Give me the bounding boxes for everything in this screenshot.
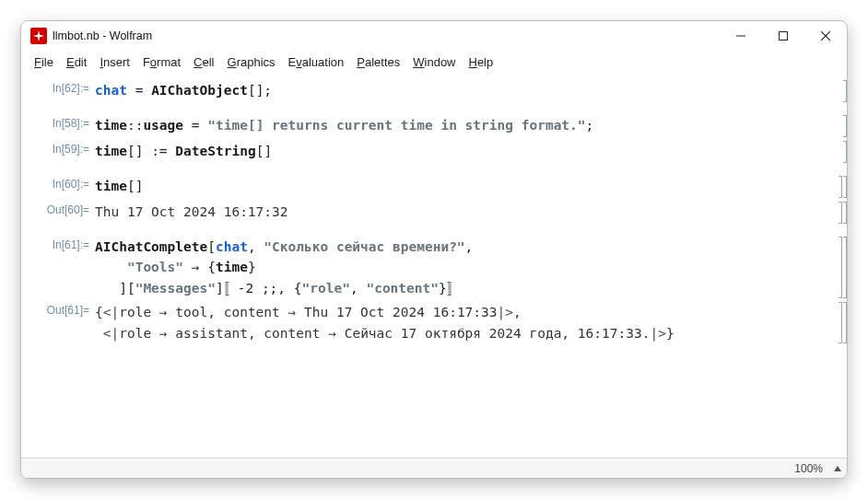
cell-bracket[interactable] <box>836 176 847 198</box>
notebook-content[interactable]: In[62]:=chat = AIChatObject[];In[58]:=ti… <box>21 73 847 441</box>
close-icon <box>821 31 830 41</box>
cell-bracket[interactable] <box>836 80 847 102</box>
menu-edit[interactable]: Edit <box>61 53 92 71</box>
cell-code[interactable]: time::usage = "time[] returns current ti… <box>95 115 834 135</box>
cell-code[interactable]: AIChatComplete[chat, "Сколько сейчас вре… <box>95 237 834 298</box>
maximize-icon <box>779 31 788 41</box>
menu-palettes[interactable]: Palettes <box>351 53 405 71</box>
minimize-icon <box>736 31 745 41</box>
cell-bracket[interactable] <box>836 237 847 298</box>
cell-bracket[interactable] <box>836 141 847 163</box>
minimize-button[interactable] <box>720 21 762 51</box>
menu-window[interactable]: Window <box>407 53 461 71</box>
menu-insert[interactable]: Insert <box>94 53 135 71</box>
cell-code[interactable]: Thu 17 Oct 2024 16:17:32 <box>95 202 834 222</box>
notebook-viewport: In[62]:=chat = AIChatObject[];In[58]:=ti… <box>21 73 847 458</box>
menu-help[interactable]: Help <box>463 53 499 71</box>
app-window: llmbot.nb - Wolfram File Edit Insert For… <box>20 20 848 479</box>
zoom-level[interactable]: 100% <box>794 462 823 475</box>
window-title: llmbot.nb - Wolfram <box>53 29 152 42</box>
cell-label: In[59]:= <box>30 141 95 156</box>
cell-code[interactable]: time[] := DateString[] <box>95 141 834 161</box>
zoom-caret-icon[interactable] <box>834 466 841 471</box>
input-cell[interactable]: In[62]:=chat = AIChatObject[]; <box>30 78 847 104</box>
svg-rect-2 <box>780 32 788 41</box>
menu-evaluation[interactable]: Evaluation <box>283 53 350 71</box>
input-cell[interactable]: In[58]:=time::usage = "time[] returns cu… <box>30 113 847 139</box>
menu-file[interactable]: File <box>29 53 59 71</box>
cell-bracket[interactable] <box>836 202 847 224</box>
titlebar: llmbot.nb - Wolfram <box>21 21 847 51</box>
cell-label: In[61]:= <box>30 237 95 251</box>
svg-rect-1 <box>736 36 745 37</box>
close-button[interactable] <box>804 21 847 51</box>
menu-cell[interactable]: Cell <box>188 53 219 71</box>
input-cell[interactable]: In[61]:=AIChatComplete[chat, "Сколько се… <box>30 235 847 300</box>
output-cell[interactable]: Out[61]={<|role → tool, content → Thu 17… <box>30 300 847 345</box>
cell-bracket[interactable] <box>836 115 847 137</box>
input-cell[interactable]: In[59]:=time[] := DateString[] <box>30 139 847 165</box>
menu-format[interactable]: Format <box>137 53 186 71</box>
horizontal-scrollbar[interactable] <box>21 441 847 458</box>
cell-code[interactable]: {<|role → tool, content → Thu 17 Oct 202… <box>95 302 834 343</box>
cell-label: In[58]:= <box>30 115 95 130</box>
svg-marker-0 <box>33 30 44 41</box>
menubar: File Edit Insert Format Cell Graphics Ev… <box>21 51 847 73</box>
cell-label: Out[61]= <box>30 302 95 317</box>
cell-code[interactable]: chat = AIChatObject[]; <box>95 80 834 100</box>
cell-label: In[62]:= <box>30 80 95 95</box>
statusbar: 100% <box>21 458 847 478</box>
cell-code[interactable]: time[] <box>95 176 834 196</box>
output-cell[interactable]: Out[60]=Thu 17 Oct 2024 16:17:32 <box>30 200 847 226</box>
maximize-button[interactable] <box>762 21 804 51</box>
cell-bracket[interactable] <box>836 302 847 343</box>
menu-graphics[interactable]: Graphics <box>222 53 281 71</box>
wolfram-icon <box>30 28 47 44</box>
cell-label: In[60]:= <box>30 176 95 191</box>
cell-label: Out[60]= <box>30 202 95 216</box>
input-cell[interactable]: In[60]:=time[] <box>30 174 847 200</box>
